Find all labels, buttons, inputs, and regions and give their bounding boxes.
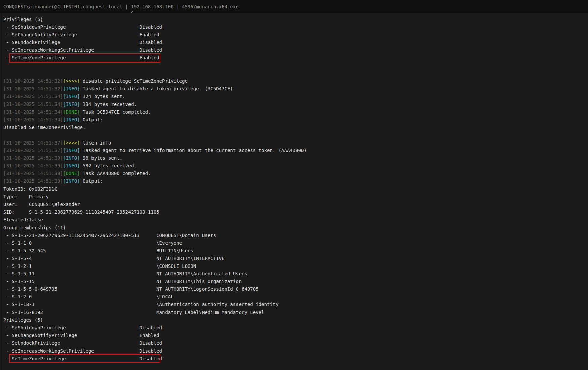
list-dash: - (3, 233, 12, 238)
list-dash: - (3, 348, 12, 354)
terminal-line: [31-10-2025 14:51:32][INFO] Tasked agent… (3, 85, 588, 93)
terminal-line: - S-1-5-11NT AUTHORITY\Authenticated Use… (3, 270, 588, 278)
timestamp: [31-10-2025 14:51:37] (3, 140, 63, 146)
privilege-status: Disabled (140, 24, 162, 30)
privilege-status: Enabled (140, 32, 159, 37)
terminal-line: [31-10-2025 14:51:32][>>>>] disable-priv… (3, 77, 588, 85)
group-sid: S-1-5-21-2062779629-1118245407-295242710… (12, 232, 156, 239)
group-sid: S-1-16-8192 (12, 309, 156, 316)
log-message: token-info (80, 140, 111, 146)
terminal-line: Group memberships (11) (3, 224, 588, 232)
timestamp: [31-10-2025 14:51:32] (3, 78, 63, 84)
group-name: NT AUTHORITY\INTERACTIVE (156, 256, 224, 261)
token-field-value: Primary (29, 194, 49, 199)
log-message: Output: (80, 178, 103, 184)
privilege-status: Disabled (140, 340, 162, 346)
timestamp: [31-10-2025 14:51:37] (3, 148, 63, 153)
group-name: \Authentication authority asserted ident… (156, 302, 278, 307)
log-message: disable-privilege SeTimeZonePrivilege (80, 78, 188, 84)
list-dash: - (3, 310, 12, 315)
log-tag: [>>>>] (63, 140, 80, 146)
terminal-line: SID:S-1-5-21-2062779629-1118245407-29524… (3, 208, 588, 216)
privilege-name: SeTimeZonePrivilege (12, 355, 139, 363)
section-header: Privileges (5) (3, 317, 43, 323)
group-sid: S-1-2-1 (12, 262, 156, 270)
list-dash: - (3, 286, 12, 292)
privilege-status: Enabled (140, 333, 159, 338)
terminal-line: - S-1-2-1\CONSOLE LOGON (3, 262, 588, 270)
log-tag: [INFO] (63, 155, 80, 161)
terminal-line: [31-10-2025 14:51:34][INFO] 134 bytes re… (3, 100, 588, 108)
privilege-name: SeChangeNotifyPrivilege (12, 31, 139, 39)
timestamp: [31-10-2025 14:51:34] (3, 109, 63, 115)
token-field-label: SID: (3, 208, 29, 216)
terminal-line (3, 62, 588, 70)
terminal-line: - SeIncreaseWorkingSetPrivilegeDisabled (3, 347, 588, 355)
terminal-line: - S-1-5-15NT AUTHORITY\This Organization (3, 278, 588, 285)
group-name: \CONSOLE LOGON (156, 263, 196, 269)
terminal-line (3, 70, 588, 77)
group-name: \LOCAL (156, 294, 174, 299)
list-dash: - (3, 55, 12, 60)
log-message: Task 3C5D47CE completed. (80, 109, 151, 115)
terminal-line: - SeShutdownPrivilegeDisabled (3, 324, 588, 332)
list-dash: - (3, 279, 12, 284)
group-sid: S-1-1-0 (12, 239, 156, 247)
terminal-line: [31-10-2025 14:51:37][INFO] Tasked agent… (3, 147, 588, 154)
terminal-line: Privileges (5) (3, 316, 588, 324)
list-dash: - (3, 325, 12, 330)
terminal-line: - S-1-16-8192Mandatory Label\Medium Mand… (3, 309, 588, 316)
list-dash: - (3, 340, 12, 346)
token-field-label: User: (3, 201, 29, 208)
section-header: Group memberships (11) (3, 225, 66, 230)
terminal-line: [31-10-2025 14:51:39][INFO] 582 bytes re… (3, 162, 588, 170)
log-message: Output: (80, 117, 103, 122)
token-field-label: Type: (3, 193, 29, 201)
terminal-line-highlighted: - SeTimeZonePrivilegeEnabled (3, 54, 588, 62)
list-dash: - (3, 24, 12, 30)
log-message: Tasked agent to retrieve information abo… (80, 148, 307, 153)
list-dash: - (3, 240, 12, 246)
log-tag: [INFO] (63, 86, 80, 91)
timestamp: [31-10-2025 14:51:34] (3, 101, 63, 107)
terminal-line: Type:Primary (3, 193, 588, 201)
log-message: 134 bytes received. (80, 101, 137, 107)
terminal-line: - S-1-18-1\Authentication authority asse… (3, 301, 588, 309)
group-sid: S-1-5-15 (12, 278, 156, 285)
terminal-line: User:CONQUEST\alexander (3, 201, 588, 208)
terminal-line: [31-10-2025 14:51:34][INFO] 124 bytes se… (3, 93, 588, 100)
log-tag: [>>>>] (63, 78, 80, 84)
terminal-line: - SeChangeNotifyPrivilegeEnabled (3, 332, 588, 339)
group-sid: S-1-5-32-545 (12, 247, 156, 255)
terminal-output[interactable]: Privileges (5) - SeShutdownPrivilegeDisa… (1, 13, 588, 370)
token-field-value: S-1-5-21-2062779629-1118245407-295242710… (29, 209, 159, 215)
terminal-line: - SeIncreaseWorkingSetPrivilegeDisabled (3, 46, 588, 54)
timestamp: [31-10-2025 14:51:39] (3, 155, 63, 161)
group-name: BUILTIN\Users (156, 248, 193, 253)
terminal-line: - S-1-5-21-2062779629-1118245407-2952427… (3, 232, 588, 239)
token-field-value: 0x002F3D1C (29, 186, 57, 192)
timestamp: [31-10-2025 14:51:39] (3, 171, 63, 176)
privilege-name: SeShutdownPrivilege (12, 324, 139, 332)
privilege-status: Disabled (140, 356, 162, 361)
terminal-line: [31-10-2025 14:51:39][INFO] 98 bytes sen… (3, 154, 588, 162)
terminal-line: - SeUndockPrivilegeDisabled (3, 339, 588, 347)
privilege-name: SeChangeNotifyPrivilege (12, 332, 139, 339)
list-dash: - (3, 356, 12, 361)
group-sid: S-1-18-1 (12, 301, 156, 309)
log-tag: [DONE] (63, 171, 80, 176)
log-tag: [INFO] (63, 148, 80, 153)
list-dash: - (3, 294, 12, 299)
terminal-line: TokenID:0x002F3D1C (3, 185, 588, 193)
log-message: Task AAA4D80D completed. (80, 171, 151, 176)
token-field-value: false (29, 217, 43, 222)
group-name: NT AUTHORITY\LogonSessionId_0_649705 (156, 286, 258, 292)
terminal-line-highlighted: - SeTimeZonePrivilegeDisabled (3, 355, 588, 363)
group-sid: S-1-5-11 (12, 270, 156, 278)
terminal-line: - SeChangeNotifyPrivilegeEnabled (3, 31, 588, 39)
privilege-status: Disabled (140, 325, 162, 330)
list-dash: - (3, 47, 12, 53)
terminal-line: - S-1-5-32-545BUILTIN\Users (3, 247, 588, 255)
privilege-name: SeIncreaseWorkingSetPrivilege (12, 46, 139, 54)
group-sid: S-1-2-0 (12, 293, 156, 301)
